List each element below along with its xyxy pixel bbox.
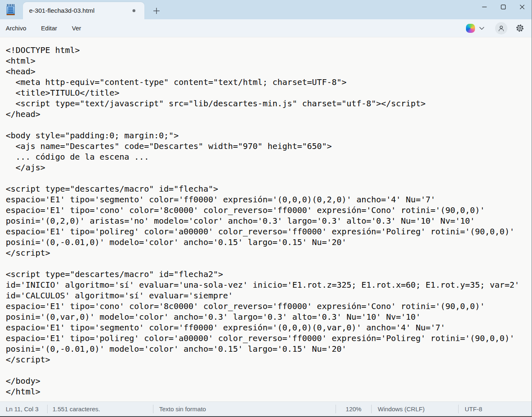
chevron-down-icon xyxy=(479,27,484,30)
copilot-icon xyxy=(466,24,475,33)
menu-archivo[interactable]: Archivo xyxy=(1,22,31,34)
window-controls xyxy=(475,0,532,14)
notepad-window: e-301-flecha3d-03.html xyxy=(0,0,532,417)
new-tab-button[interactable] xyxy=(149,5,164,16)
maximize-button[interactable] xyxy=(494,0,513,14)
status-bar: Ln 11, Col 3 1.551 caracteres. Texto sin… xyxy=(0,401,532,417)
status-char-count: 1.551 caracteres. xyxy=(48,402,153,416)
menubar: Archivo Editar Ver xyxy=(0,19,532,37)
menubar-right-icons xyxy=(466,22,524,34)
editor-text[interactable]: <!DOCTYPE html> <html> <head> <meta http… xyxy=(0,37,532,401)
minimize-icon xyxy=(482,5,487,9)
status-encoding[interactable]: UTF-8 xyxy=(459,402,532,416)
settings-button[interactable] xyxy=(516,24,524,32)
maximize-icon xyxy=(501,5,506,9)
notepad-icon-base xyxy=(7,14,15,15)
gear-icon xyxy=(516,24,524,32)
titlebar: e-301-flecha3d-03.html xyxy=(0,0,532,19)
close-icon xyxy=(520,5,525,9)
menu-editar[interactable]: Editar xyxy=(36,22,62,34)
notepad-app-icon xyxy=(6,4,15,15)
person-icon xyxy=(498,25,505,32)
plus-icon xyxy=(153,7,160,14)
close-button[interactable] xyxy=(513,0,532,14)
copilot-button[interactable] xyxy=(466,24,484,33)
tab-active[interactable]: e-301-flecha3d-03.html xyxy=(23,2,144,19)
menu-ver[interactable]: Ver xyxy=(67,22,86,34)
unsaved-indicator-icon xyxy=(132,9,135,12)
tab-title: e-301-flecha3d-03.html xyxy=(29,7,94,14)
notepad-icon-cover xyxy=(7,6,15,14)
account-button[interactable] xyxy=(495,22,507,34)
status-zoom-level[interactable]: 120% xyxy=(336,402,371,416)
minimize-button[interactable] xyxy=(475,0,494,14)
status-document-format: Texto sin formato xyxy=(153,402,336,416)
status-line-endings[interactable]: Windows (CRLF) xyxy=(372,402,458,416)
status-cursor-position: Ln 11, Col 3 xyxy=(6,402,47,416)
